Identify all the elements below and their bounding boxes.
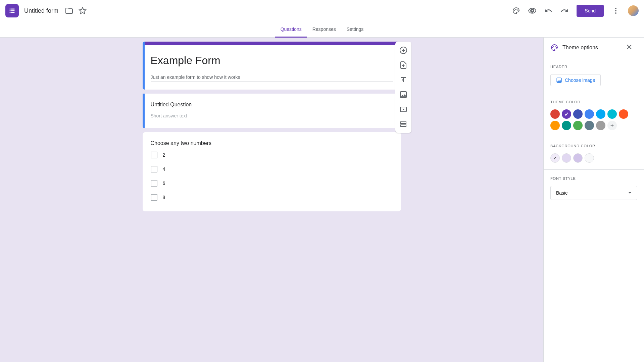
theme-options-panel: Theme options HEADER Choose image THEME … [543, 38, 644, 362]
folder-icon[interactable] [62, 4, 76, 17]
svg-rect-22 [557, 78, 561, 83]
tab-bar: Questions Responses Settings [0, 21, 644, 38]
add-title-icon[interactable] [397, 74, 409, 86]
svg-rect-16 [401, 122, 406, 123]
checkbox-label: 2 [163, 152, 165, 158]
svg-rect-1 [11, 9, 14, 10]
checkbox-label: 4 [163, 166, 165, 172]
checkbox-option[interactable]: 6 [151, 180, 393, 187]
import-questions-icon[interactable] [397, 59, 409, 71]
forms-logo[interactable] [5, 4, 19, 17]
section-label-font: FONT STYLE [550, 176, 637, 180]
close-icon[interactable] [625, 43, 637, 52]
checkbox-icon [151, 166, 157, 172]
theme-color-swatch[interactable] [619, 109, 628, 119]
svg-rect-0 [10, 9, 11, 10]
form-description-input[interactable] [151, 72, 393, 82]
checkbox-option[interactable]: 4 [151, 166, 393, 172]
redo-icon[interactable] [558, 4, 571, 17]
section-label-bg-color: BACKGROUND COLOR [550, 144, 637, 148]
checkbox-option[interactable]: 2 [151, 152, 393, 158]
svg-point-6 [514, 10, 515, 11]
theme-color-swatch[interactable] [585, 121, 594, 130]
user-avatar[interactable] [628, 5, 639, 16]
choose-image-button[interactable]: Choose image [550, 74, 601, 86]
svg-point-20 [555, 46, 556, 47]
theme-color-swatch[interactable] [585, 109, 594, 119]
question-title[interactable]: Untitled Question [151, 102, 393, 108]
form-title-input[interactable] [151, 52, 393, 69]
image-icon [556, 77, 562, 83]
short-answer-placeholder: Short answer text [151, 113, 271, 120]
theme-color-swatch[interactable] [550, 109, 560, 119]
form-canvas: Untitled Question Short answer text Choo… [0, 38, 543, 362]
theme-color-swatch[interactable] [550, 121, 560, 130]
add-video-icon[interactable] [397, 103, 409, 115]
svg-rect-3 [11, 10, 14, 11]
svg-rect-5 [11, 12, 14, 13]
palette-icon[interactable] [509, 4, 523, 17]
svg-rect-17 [401, 125, 406, 126]
theme-color-swatch[interactable] [607, 109, 617, 119]
eye-icon[interactable] [526, 4, 539, 17]
svg-point-19 [553, 46, 554, 47]
checkbox-label: 8 [163, 195, 165, 200]
svg-point-8 [516, 9, 517, 10]
bg-color-grid [550, 153, 637, 163]
question-card[interactable]: Choose any two numbers 2 4 6 8 [143, 132, 401, 211]
tab-responses[interactable]: Responses [307, 21, 341, 38]
svg-point-21 [556, 47, 557, 48]
svg-point-7 [515, 9, 516, 10]
app-header: Untitled form Send [0, 0, 644, 21]
theme-color-swatch[interactable] [562, 109, 571, 119]
send-button[interactable]: Send [577, 5, 604, 17]
add-image-icon[interactable] [397, 89, 409, 101]
add-color-button[interactable]: + [607, 121, 617, 130]
theme-color-grid: + [550, 109, 637, 130]
theme-color-swatch[interactable] [573, 109, 583, 119]
bg-color-swatch[interactable] [585, 153, 594, 163]
add-section-icon[interactable] [397, 118, 409, 130]
palette-icon [550, 44, 558, 52]
svg-rect-14 [400, 92, 406, 98]
checkbox-option[interactable]: 8 [151, 194, 393, 201]
undo-icon[interactable] [542, 4, 555, 17]
checkbox-icon [151, 194, 157, 201]
svg-point-9 [517, 10, 518, 11]
panel-title: Theme options [562, 45, 625, 51]
form-title-card[interactable] [143, 42, 401, 90]
svg-point-18 [552, 47, 553, 48]
bg-color-swatch[interactable] [550, 153, 560, 163]
question-title[interactable]: Choose any two numbers [151, 140, 393, 146]
section-label-header: HEADER [550, 65, 637, 69]
section-label-theme-color: THEME COLOR [550, 100, 637, 104]
more-icon[interactable] [609, 4, 623, 17]
theme-color-swatch[interactable] [596, 109, 605, 119]
svg-rect-4 [10, 12, 11, 13]
font-value: Basic [556, 190, 567, 196]
bg-color-swatch[interactable] [573, 153, 583, 163]
font-style-select[interactable]: Basic [550, 186, 637, 200]
checkbox-label: 6 [163, 180, 165, 186]
document-title[interactable]: Untitled form [24, 7, 58, 14]
checkbox-icon [151, 152, 157, 158]
theme-color-swatch[interactable] [562, 121, 571, 130]
star-icon[interactable] [76, 4, 89, 17]
tab-settings[interactable]: Settings [341, 21, 369, 38]
svg-point-10 [615, 8, 616, 9]
choose-image-label: Choose image [565, 77, 595, 83]
chevron-down-icon [628, 191, 632, 195]
theme-color-swatch[interactable] [596, 121, 605, 130]
theme-color-swatch[interactable] [573, 121, 583, 130]
question-toolbar [395, 42, 411, 133]
svg-rect-2 [10, 10, 11, 11]
tab-questions[interactable]: Questions [275, 21, 307, 38]
question-card[interactable]: Untitled Question Short answer text [143, 94, 401, 128]
svg-point-12 [615, 12, 616, 14]
add-question-icon[interactable] [397, 44, 409, 56]
checkbox-icon [151, 180, 157, 187]
svg-point-11 [615, 10, 616, 11]
bg-color-swatch[interactable] [562, 153, 571, 163]
